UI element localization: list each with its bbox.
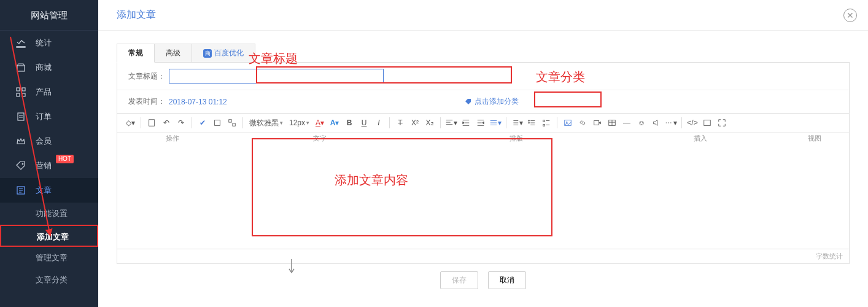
sidebar-sub-settings[interactable]: 功能设置	[0, 203, 98, 225]
audio-icon[interactable]	[649, 116, 663, 130]
save-button[interactable]: 保存	[440, 271, 478, 289]
content-area: 常规 高级 商百度优化 文章标题： 发表时间： 2018-07-13 01:12…	[98, 31, 868, 297]
sidebar-sub-category[interactable]: 文章分类	[0, 269, 98, 291]
italic-icon[interactable]: I	[372, 116, 386, 130]
undo-icon[interactable]: ↶	[160, 116, 173, 130]
task-list-icon[interactable]	[540, 116, 553, 130]
sidebar-sub-manage-article[interactable]: 管理文章	[0, 247, 98, 269]
svg-rect-9	[215, 120, 220, 126]
table-icon[interactable]	[605, 116, 619, 130]
eraser-icon[interactable]: ◇▾	[123, 116, 137, 130]
svg-rect-4	[22, 93, 25, 96]
video-icon[interactable]	[591, 116, 604, 130]
sidebar-item-product[interactable]: 产品	[0, 80, 98, 104]
sidebar-item-marketing[interactable]: 营销 HOT	[0, 154, 98, 178]
svg-point-6	[22, 163, 23, 165]
fullscreen-icon[interactable]	[715, 116, 729, 130]
svg-rect-3	[17, 93, 20, 96]
svg-rect-15	[543, 125, 545, 126]
format-brush-icon[interactable]: ✔	[196, 116, 209, 130]
svg-rect-10	[229, 120, 231, 122]
close-button[interactable]: ✕	[843, 9, 857, 22]
sidebar: 网站管理 统计 商城 产品 订单 会员 营销 HOT 文章 功能设置 添加文章 …	[0, 0, 98, 307]
clear-format-icon[interactable]	[211, 116, 224, 130]
tab-general[interactable]: 常规	[117, 44, 155, 63]
pagebreak-icon[interactable]: ▾	[664, 116, 678, 130]
hot-badge: HOT	[56, 155, 74, 163]
editor-body[interactable]	[117, 144, 849, 249]
indent-left-icon[interactable]	[459, 116, 473, 130]
font-color-icon[interactable]: A▾	[313, 116, 327, 130]
crown-icon	[15, 135, 27, 147]
sidebar-label: 商城	[36, 62, 52, 73]
tabs: 常规 高级 商百度优化	[117, 43, 850, 63]
sidebar-label: 会员	[36, 136, 52, 147]
svg-point-17	[566, 122, 567, 123]
svg-rect-1	[17, 88, 20, 91]
title-row: 文章标题：	[117, 63, 849, 90]
ordered-list-icon[interactable]: ▾	[510, 116, 524, 130]
main-panel: 添加文章 ✕ 常规 高级 商百度优化 文章标题： 发表时间： 2018-07-1…	[98, 0, 868, 307]
baidu-icon: 商	[203, 49, 212, 58]
unordered-list-icon[interactable]	[525, 116, 538, 130]
svg-rect-2	[22, 88, 25, 91]
bg-color-icon[interactable]: A▾	[328, 116, 341, 130]
image-icon[interactable]	[561, 116, 575, 130]
grid-icon	[15, 86, 27, 98]
sidebar-label: 营销	[36, 160, 52, 171]
strikethrough-icon[interactable]: T	[393, 116, 407, 130]
cancel-button[interactable]: 取消	[488, 271, 526, 289]
sidebar-label: 产品	[36, 87, 52, 98]
title-input[interactable]	[169, 69, 384, 84]
svg-point-13	[529, 122, 530, 123]
align-left-icon[interactable]: ▾	[444, 116, 458, 130]
underline-icon[interactable]: U	[357, 116, 371, 130]
subscript-icon[interactable]: X₂	[423, 116, 436, 130]
paste-icon[interactable]	[145, 116, 158, 130]
sidebar-item-mall[interactable]: 商城	[0, 55, 98, 80]
svg-rect-14	[543, 120, 545, 122]
select-all-icon[interactable]	[225, 116, 239, 130]
redo-icon[interactable]: ↷	[174, 116, 188, 130]
date-value[interactable]: 2018-07-13 01:12	[169, 98, 227, 106]
preview-icon[interactable]	[700, 116, 714, 130]
article-icon	[15, 184, 27, 196]
svg-point-12	[529, 120, 530, 122]
bold-icon[interactable]: B	[343, 116, 356, 130]
sidebar-item-member[interactable]: 会员	[0, 129, 98, 154]
font-family-select[interactable]: 微软雅黑	[247, 117, 285, 130]
sidebar-item-stats[interactable]: 统计	[0, 31, 98, 55]
svg-rect-8	[149, 120, 155, 126]
tab-advanced[interactable]: 高级	[154, 44, 192, 62]
sidebar-label: 统计	[36, 37, 52, 49]
svg-rect-0	[17, 66, 25, 71]
sidebar-label: 文章	[36, 185, 52, 196]
tab-baidu[interactable]: 商百度优化	[192, 44, 255, 62]
svg-rect-18	[594, 121, 599, 125]
tag-icon	[15, 160, 27, 172]
indent-right-icon[interactable]	[474, 116, 487, 130]
svg-rect-5	[18, 113, 24, 120]
sidebar-title: 网站管理	[0, 0, 98, 31]
font-size-select[interactable]: 12px	[287, 117, 312, 128]
emoji-icon[interactable]: ☺	[635, 116, 648, 130]
sidebar-item-order[interactable]: 订单	[0, 104, 98, 129]
wordcount-link[interactable]: 字数统计	[117, 249, 849, 263]
sidebar-item-article[interactable]: 文章	[0, 178, 98, 203]
code-icon[interactable]: </>	[686, 116, 699, 130]
link-icon[interactable]	[576, 116, 589, 130]
date-label: 发表时间：	[128, 96, 165, 107]
svg-rect-11	[233, 123, 235, 126]
toolbar-group-labels: 操作 文字 排版 插入 视图	[117, 132, 849, 144]
sidebar-sub-add-article[interactable]: 添加文章	[0, 225, 98, 247]
footer-actions: 保存 取消	[117, 264, 850, 297]
title-label: 文章标题：	[128, 71, 165, 82]
superscript-icon[interactable]: X²	[408, 116, 422, 130]
line-height-icon[interactable]: ▾	[489, 116, 502, 130]
chart-icon	[15, 37, 27, 49]
order-icon	[15, 111, 27, 123]
hr-icon[interactable]: —	[620, 116, 634, 130]
add-category-link[interactable]: 点击添加分类	[465, 96, 519, 107]
sidebar-label: 订单	[36, 111, 52, 122]
tag-icon	[465, 98, 472, 106]
